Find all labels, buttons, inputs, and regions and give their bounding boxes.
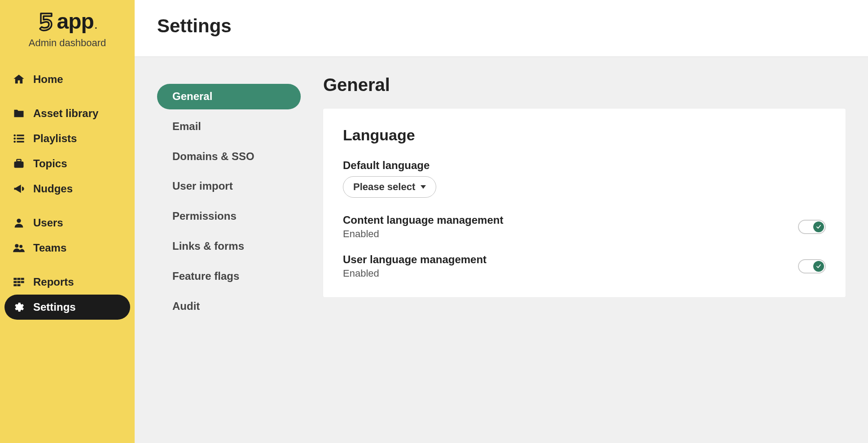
svg-rect-1 bbox=[17, 135, 24, 136]
sidebar-item-reports[interactable]: Reports bbox=[4, 269, 130, 295]
sidebar-item-home[interactable]: Home bbox=[4, 67, 130, 92]
user-language-toggle[interactable] bbox=[798, 259, 826, 274]
subnav-item-feature-flags[interactable]: Feature flags bbox=[157, 264, 301, 289]
content-language-state: Enabled bbox=[343, 228, 503, 240]
subnav-item-label: Audit bbox=[172, 300, 200, 312]
svg-point-10 bbox=[19, 245, 22, 248]
svg-point-2 bbox=[13, 138, 16, 140]
sidebar-item-settings[interactable]: Settings bbox=[4, 295, 130, 320]
sidebar-item-label: Playlists bbox=[33, 132, 77, 145]
brand-logo: app. bbox=[9, 9, 126, 34]
sidebar-item-users[interactable]: Users bbox=[4, 210, 130, 235]
topbar: Settings bbox=[135, 0, 868, 57]
subnav-item-label: User import bbox=[172, 180, 233, 192]
megaphone-icon bbox=[13, 182, 25, 195]
user-language-row: User language management Enabled bbox=[343, 253, 826, 279]
subnav-item-label: Permissions bbox=[172, 210, 237, 222]
section-title: General bbox=[323, 75, 846, 95]
sidebar-nav: Home Asset library Playlists Topics bbox=[0, 62, 135, 333]
svg-rect-5 bbox=[17, 141, 24, 143]
toggle-knob bbox=[813, 261, 824, 272]
default-language-label: Default language bbox=[343, 159, 826, 172]
subnav-item-label: Domains & SSO bbox=[172, 150, 254, 162]
svg-rect-17 bbox=[13, 284, 17, 287]
user-language-label: User language management bbox=[343, 253, 487, 266]
sidebar-item-playlists[interactable]: Playlists bbox=[4, 126, 130, 151]
subnav-item-label: Email bbox=[172, 120, 201, 132]
settings-subnav: General Email Domains & SSO User import … bbox=[157, 75, 301, 425]
sidebar-item-label: Nudges bbox=[33, 182, 73, 195]
sidebar-item-label: Settings bbox=[33, 301, 76, 313]
svg-rect-11 bbox=[13, 278, 17, 280]
sidebar-item-asset-library[interactable]: Asset library bbox=[4, 101, 130, 126]
user-language-text: User language management Enabled bbox=[343, 253, 487, 279]
users-icon bbox=[13, 242, 25, 254]
content: General Email Domains & SSO User import … bbox=[135, 57, 868, 443]
sidebar-item-label: Topics bbox=[33, 157, 67, 170]
svg-rect-14 bbox=[13, 281, 17, 283]
grid-icon bbox=[13, 276, 25, 288]
sidebar-item-label: Reports bbox=[33, 276, 74, 288]
content-language-label: Content language management bbox=[343, 214, 503, 226]
sidebar-item-teams[interactable]: Teams bbox=[4, 235, 130, 261]
check-icon bbox=[815, 263, 822, 269]
svg-rect-16 bbox=[21, 281, 24, 283]
subnav-item-audit[interactable]: Audit bbox=[157, 294, 301, 319]
brand-block: app. Admin dashboard bbox=[0, 9, 135, 62]
sidebar-item-label: Teams bbox=[33, 242, 66, 254]
svg-rect-15 bbox=[18, 281, 21, 283]
default-language-field: Default language Please select bbox=[343, 159, 826, 198]
svg-point-4 bbox=[13, 141, 16, 143]
svg-point-8 bbox=[17, 219, 21, 223]
caret-down-icon bbox=[421, 185, 426, 189]
subnav-item-general[interactable]: General bbox=[157, 84, 301, 109]
subnav-item-label: Feature flags bbox=[172, 270, 239, 282]
svg-rect-13 bbox=[21, 278, 24, 280]
subnav-item-label: Links & forms bbox=[172, 240, 244, 252]
subnav-item-links-forms[interactable]: Links & forms bbox=[157, 234, 301, 259]
user-icon bbox=[13, 217, 25, 229]
sidebar-item-topics[interactable]: Topics bbox=[4, 151, 130, 176]
user-language-state: Enabled bbox=[343, 268, 487, 279]
svg-point-0 bbox=[13, 135, 16, 137]
brand-subtitle: Admin dashboard bbox=[9, 37, 126, 49]
svg-rect-6 bbox=[14, 161, 24, 168]
five-logo-icon bbox=[38, 12, 56, 31]
svg-rect-3 bbox=[17, 138, 24, 139]
gear-icon bbox=[13, 301, 25, 313]
panel: General Language Default language Please… bbox=[323, 75, 846, 425]
content-language-toggle[interactable] bbox=[798, 220, 826, 234]
subnav-item-label: General bbox=[172, 90, 212, 102]
svg-rect-18 bbox=[18, 284, 21, 287]
svg-rect-12 bbox=[18, 278, 21, 280]
subnav-item-email[interactable]: Email bbox=[157, 114, 301, 139]
check-icon bbox=[815, 224, 822, 230]
sidebar: app. Admin dashboard Home Asset library bbox=[0, 0, 135, 443]
default-language-select[interactable]: Please select bbox=[343, 176, 436, 198]
briefcase-icon bbox=[13, 157, 25, 170]
home-icon bbox=[13, 73, 25, 86]
page-title: Settings bbox=[157, 15, 846, 37]
subnav-item-domains-sso[interactable]: Domains & SSO bbox=[157, 144, 301, 169]
sidebar-item-label: Home bbox=[33, 73, 63, 86]
folder-icon bbox=[13, 107, 25, 120]
toggle-knob bbox=[813, 222, 824, 232]
content-language-text: Content language management Enabled bbox=[343, 214, 503, 240]
sidebar-item-label: Users bbox=[33, 217, 63, 229]
main: Settings General Email Domains & SSO Use… bbox=[135, 0, 868, 443]
list-icon bbox=[13, 132, 25, 145]
svg-rect-7 bbox=[17, 160, 21, 162]
subnav-item-permissions[interactable]: Permissions bbox=[157, 204, 301, 229]
language-card: Language Default language Please select … bbox=[323, 109, 846, 297]
sidebar-item-nudges[interactable]: Nudges bbox=[4, 176, 130, 201]
sidebar-item-label: Asset library bbox=[33, 107, 98, 120]
svg-point-9 bbox=[15, 244, 18, 248]
subnav-item-user-import[interactable]: User import bbox=[157, 174, 301, 199]
content-language-row: Content language management Enabled bbox=[343, 214, 826, 240]
card-title: Language bbox=[343, 126, 826, 144]
select-value: Please select bbox=[353, 181, 415, 193]
